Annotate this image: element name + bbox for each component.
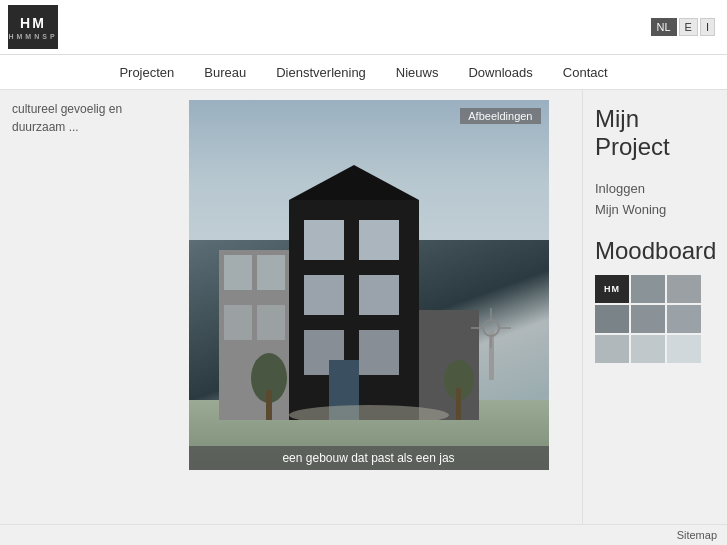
- inloggen-link[interactable]: Inloggen: [595, 181, 715, 196]
- svg-rect-7: [304, 220, 344, 260]
- lang-i-button[interactable]: I: [700, 18, 715, 36]
- slideshow-label[interactable]: Afbeeldingen: [460, 108, 540, 124]
- logo[interactable]: HM HMMNSP: [8, 5, 58, 49]
- svg-rect-8: [359, 220, 399, 260]
- mood-cell-5[interactable]: [667, 305, 701, 333]
- svg-rect-24: [456, 388, 461, 420]
- nav-downloads[interactable]: Downloads: [468, 65, 532, 80]
- svg-rect-12: [359, 330, 399, 375]
- building-svg: [219, 160, 519, 420]
- svg-rect-1: [224, 255, 252, 290]
- svg-rect-10: [359, 275, 399, 315]
- mijn-project-title: Mijn Project: [595, 105, 715, 161]
- mood-cell-1[interactable]: [631, 275, 665, 303]
- mood-cell-8[interactable]: [667, 335, 701, 363]
- right-panel: Mijn Project Inloggen Mijn Woning Moodbo…: [582, 90, 727, 545]
- svg-rect-9: [304, 275, 344, 315]
- mood-cell-6[interactable]: [595, 335, 629, 363]
- mijn-woning-link[interactable]: Mijn Woning: [595, 202, 715, 217]
- nav-dienstverlening[interactable]: Dienstverlening: [276, 65, 366, 80]
- mood-cell-7[interactable]: [631, 335, 665, 363]
- lang-switcher: NL E I: [651, 18, 715, 36]
- svg-rect-4: [257, 305, 285, 340]
- nav-projecten[interactable]: Projecten: [119, 65, 174, 80]
- svg-marker-6: [289, 165, 419, 200]
- left-description: cultureel gevoelig en duurzaam ...: [12, 100, 143, 136]
- mood-cell-4[interactable]: [631, 305, 665, 333]
- lang-nl-button[interactable]: NL: [651, 18, 677, 36]
- nav-bureau[interactable]: Bureau: [204, 65, 246, 80]
- sitemap-link[interactable]: Sitemap: [677, 529, 717, 541]
- mood-cell-0[interactable]: HM: [595, 275, 629, 303]
- moodboard-grid: HM: [595, 275, 715, 363]
- mood-cell-2[interactable]: [667, 275, 701, 303]
- lang-e-button[interactable]: E: [679, 18, 698, 36]
- left-panel: cultureel gevoelig en duurzaam ...: [0, 90, 155, 545]
- slideshow-image[interactable]: Afbeeldingen ❯ een gebouw dat past als e…: [189, 100, 549, 470]
- top-bar: HM HMMNSP NL E I: [0, 0, 727, 55]
- main-nav: Projecten Bureau Dienstverlening Nieuws …: [0, 55, 727, 90]
- svg-rect-3: [224, 305, 252, 340]
- nav-contact[interactable]: Contact: [563, 65, 608, 80]
- center-panel: Afbeeldingen ❯ een gebouw dat past als e…: [155, 90, 582, 545]
- svg-rect-2: [257, 255, 285, 290]
- svg-rect-22: [266, 390, 272, 420]
- logo-text: HM: [20, 15, 46, 31]
- nav-nieuws[interactable]: Nieuws: [396, 65, 439, 80]
- logo-area: HM HMMNSP: [8, 5, 58, 49]
- project-links: Inloggen Mijn Woning: [595, 181, 715, 217]
- slideshow-container: Afbeeldingen ❯ een gebouw dat past als e…: [189, 100, 549, 470]
- logo-subtext: HMMNSP: [8, 33, 57, 40]
- footer: Sitemap: [0, 524, 727, 545]
- mood-cell-3[interactable]: [595, 305, 629, 333]
- content-area: cultureel gevoelig en duurzaam ...: [0, 90, 727, 545]
- moodboard-title: Moodboard: [595, 237, 715, 265]
- svg-rect-14: [419, 310, 479, 420]
- slideshow-caption: een gebouw dat past als een jas: [189, 446, 549, 470]
